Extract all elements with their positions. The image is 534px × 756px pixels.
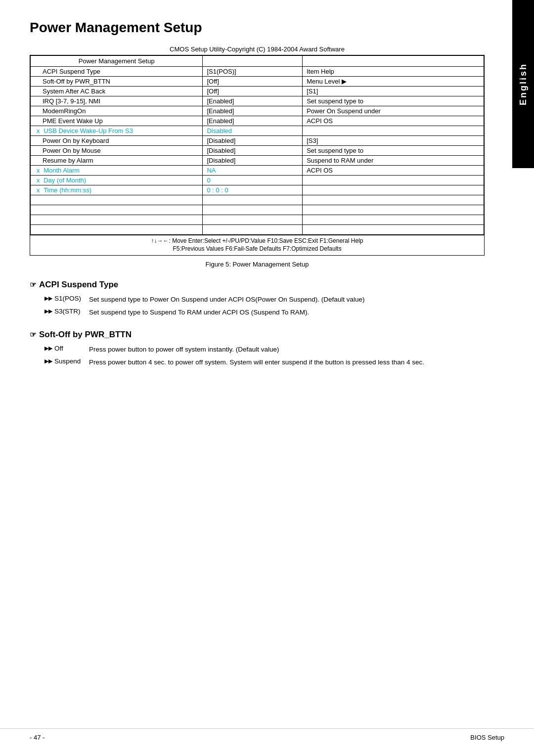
bios-item-help: Set suspend type to	[303, 146, 484, 156]
bios-item-name: ModemRingOn	[31, 106, 203, 116]
bios-table-container: Power Management Setup ACPI Suspend Type…	[30, 55, 485, 256]
table-row: x Day (of Month)0	[31, 176, 484, 185]
section-heading-soft-off-pwr-bttn: ☞Soft-Off by PWR_BTTN	[30, 330, 485, 340]
bios-item-help: Suspend to RAM under	[303, 156, 484, 166]
table-row: Resume by Alarm[Disabled]Suspend to RAM …	[31, 156, 484, 166]
section-label: Soft-Off by PWR_BTTN	[39, 330, 132, 340]
table-row: ModemRingOn[Enabled]Power On Suspend und…	[31, 106, 484, 116]
bullet-description: Press power button 4 sec. to power off s…	[89, 357, 485, 367]
bios-item-value: [Enabled]	[203, 116, 303, 126]
bios-item-name: x USB Device Wake-Up From S3	[31, 126, 203, 136]
table-row: IRQ [3-7, 9-15], NMI[Enabled]Set suspend…	[31, 96, 484, 106]
table-row: Power On by Mouse[Disabled]Set suspend t…	[31, 146, 484, 156]
bullet-label-text: S3(STR)	[54, 308, 81, 315]
bullet-list: ▶▶OffPress power button to power off sys…	[44, 345, 485, 368]
page-label: BIOS Setup	[470, 734, 504, 741]
bullet-arrow-icon: ▶▶	[44, 358, 52, 364]
bullet-description: Set suspend type to Suspend To RAM under…	[89, 308, 485, 317]
bullet-description: Press power button to power off system i…	[89, 345, 485, 355]
bios-item-name: Resume by Alarm	[31, 156, 203, 166]
table-row: ACPI Suspend Type[S1(POS)]Item Help	[31, 67, 484, 77]
bios-item-name: ACPI Suspend Type	[31, 67, 203, 77]
table-row: x Month AlarmNAACPI OS	[31, 166, 484, 176]
bios-item-help	[303, 185, 484, 195]
table-row-empty	[31, 195, 484, 205]
bullet-arrow-icon: ▶▶	[44, 345, 52, 352]
bios-item-name: Power On by Keyboard	[31, 136, 203, 146]
bullet-label-text: S1(POS)	[54, 295, 81, 302]
section-label: ACPI Suspend Type	[39, 280, 118, 290]
table-row: x Time (hh:mm:ss)0 : 0 : 0	[31, 185, 484, 195]
bios-item-help	[303, 126, 484, 136]
bios-item-value: [Off]	[203, 77, 303, 87]
bios-item-value: [Disabled]	[203, 146, 303, 156]
bios-item-value: NA	[203, 166, 303, 176]
bios-item-value: [S1(POS)]	[203, 67, 303, 77]
page-number: - 47 -	[30, 734, 44, 741]
list-item: ▶▶S1(POS)Set suspend type to Power On Su…	[44, 295, 485, 305]
table-header-value	[203, 56, 303, 67]
page-footer: - 47 - BIOS Setup	[0, 728, 534, 746]
list-item: ▶▶SuspendPress power button 4 sec. to po…	[44, 357, 485, 367]
bios-footer: ↑↓→←: Move Enter:Select +/-/PU/PD:Value …	[30, 235, 484, 255]
bios-item-help	[303, 176, 484, 185]
bios-item-name: Power On by Mouse	[31, 146, 203, 156]
bios-copyright: CMOS Setup Utility-Copyright (C) 1984-20…	[30, 45, 485, 53]
bios-item-help: [S3]	[303, 136, 484, 146]
bios-item-help: Item Help	[303, 67, 484, 77]
table-row: Power On by Keyboard[Disabled][S3]	[31, 136, 484, 146]
bios-item-value: 0 : 0 : 0	[203, 185, 303, 195]
cursor-icon: ☞	[30, 280, 36, 289]
bios-item-help: Set suspend type to	[303, 96, 484, 106]
bios-item-value: [Enabled]	[203, 96, 303, 106]
sidebar-english-text: English	[518, 63, 529, 105]
bios-item-value: [Enabled]	[203, 106, 303, 116]
table-row: Soft-Off by PWR_BTTN[Off]Menu Level ▶	[31, 77, 484, 87]
section-acpi-suspend-type: ☞ACPI Suspend Type▶▶S1(POS)Set suspend t…	[30, 280, 485, 318]
table-row: x USB Device Wake-Up From S3Disabled	[31, 126, 484, 136]
bullet-label-text: Suspend	[54, 357, 81, 365]
bios-footer-line2: F5:Previous Values F6:Fail-Safe Defaults…	[34, 245, 480, 252]
bios-main-table: Power Management Setup ACPI Suspend Type…	[30, 55, 484, 235]
bios-item-name: x Month Alarm	[31, 166, 203, 176]
cursor-icon: ☞	[30, 330, 36, 339]
section-soft-off-pwr-bttn: ☞Soft-Off by PWR_BTTN▶▶OffPress power bu…	[30, 330, 485, 368]
page-title: Power Management Setup	[30, 20, 485, 36]
bios-item-value: 0	[203, 176, 303, 185]
table-row: PME Event Wake Up[Enabled]ACPI OS	[31, 116, 484, 126]
bios-item-name: IRQ [3-7, 9-15], NMI	[31, 96, 203, 106]
section-heading-acpi-suspend-type: ☞ACPI Suspend Type	[30, 280, 485, 290]
bios-item-value: [Disabled]	[203, 136, 303, 146]
bios-item-name: Soft-Off by PWR_BTTN	[31, 77, 203, 87]
table-row-empty	[31, 205, 484, 215]
table-header-help	[303, 56, 484, 67]
bios-item-value: [Disabled]	[203, 156, 303, 166]
list-item: ▶▶S3(STR)Set suspend type to Suspend To …	[44, 308, 485, 317]
table-header-setup: Power Management Setup	[31, 56, 203, 67]
bios-item-help: ACPI OS	[303, 166, 484, 176]
bios-item-value: [Off]	[203, 87, 303, 96]
figure-caption: Figure 5: Power Management Setup	[30, 261, 485, 268]
sections-container: ☞ACPI Suspend Type▶▶S1(POS)Set suspend t…	[30, 280, 485, 367]
bios-item-help: [S1]	[303, 87, 484, 96]
bios-footer-line1: ↑↓→←: Move Enter:Select +/-/PU/PD:Value …	[34, 237, 480, 244]
bullet-arrow-icon: ▶▶	[44, 308, 52, 314]
bios-item-name: PME Event Wake Up	[31, 116, 203, 126]
bios-item-name: System After AC Back	[31, 87, 203, 96]
bullet-list: ▶▶S1(POS)Set suspend type to Power On Su…	[44, 295, 485, 318]
bullet-arrow-icon: ▶▶	[44, 295, 52, 302]
table-row-empty	[31, 215, 484, 225]
bios-item-name: x Time (hh:mm:ss)	[31, 185, 203, 195]
bullet-label-text: Off	[54, 345, 63, 352]
bios-item-value: Disabled	[203, 126, 303, 136]
bios-item-help: ACPI OS	[303, 116, 484, 126]
list-item: ▶▶OffPress power button to power off sys…	[44, 345, 485, 355]
table-row-empty	[31, 225, 484, 235]
bios-item-name: x Day (of Month)	[31, 176, 203, 185]
bios-item-help: Menu Level ▶	[303, 77, 484, 87]
sidebar-english: English	[512, 0, 534, 168]
bios-item-help: Power On Suspend under	[303, 106, 484, 116]
table-row: System After AC Back[Off][S1]	[31, 87, 484, 96]
bullet-description: Set suspend type to Power On Suspend und…	[89, 295, 485, 305]
